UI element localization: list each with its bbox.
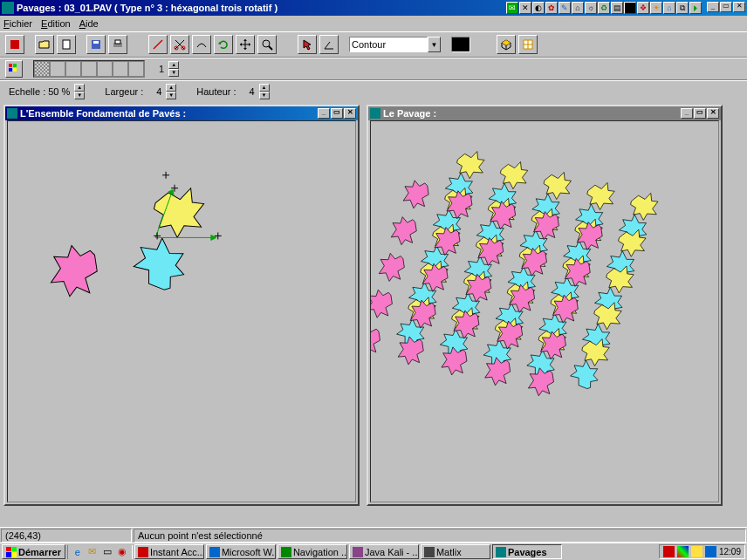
palette-cell[interactable]	[113, 61, 128, 77]
menu-edition[interactable]: Edition	[41, 18, 71, 29]
window-titlebar[interactable]: Le Pavage : _ ▭ ✕	[368, 106, 721, 120]
spin-down-icon[interactable]: ▼	[259, 92, 270, 99]
tray-icon[interactable]: ⧉	[676, 2, 689, 14]
tool-pointer[interactable]	[298, 35, 317, 54]
palette-cell[interactable]	[81, 61, 97, 77]
tray-icon[interactable]: ❖	[637, 2, 649, 14]
params-toolbar: Echelle : 50 % ▲▼ Largeur : 4 ▲▼ Hauteur…	[0, 80, 747, 103]
palette-button[interactable]	[5, 60, 23, 78]
tray-icon[interactable]	[624, 2, 636, 14]
tool-scissors[interactable]	[170, 35, 189, 54]
open-button[interactable]	[35, 35, 54, 54]
tray-icon[interactable]	[705, 546, 716, 557]
tool-3d[interactable]	[497, 35, 516, 54]
close-button[interactable]: ✕	[344, 108, 356, 119]
minimize-button[interactable]: _	[707, 2, 719, 12]
echelle-spinner[interactable]: ▲▼	[74, 84, 85, 99]
palette-cell[interactable]	[97, 61, 113, 77]
print-button[interactable]	[108, 35, 127, 54]
save-button[interactable]	[86, 35, 106, 54]
minimize-button[interactable]: _	[318, 108, 330, 119]
tray-icon[interactable]	[691, 546, 702, 557]
tool-zoom[interactable]	[257, 35, 277, 54]
tool-line[interactable]	[148, 35, 168, 54]
menu-aide[interactable]: Aide	[79, 18, 99, 29]
svg-rect-5	[115, 40, 120, 44]
color-palette[interactable]	[33, 60, 145, 78]
ql-channels-icon[interactable]: ◉	[115, 545, 129, 559]
spin-up-icon[interactable]: ▲	[166, 84, 176, 92]
close-button[interactable]: ✕	[733, 2, 745, 12]
stop-button[interactable]	[5, 35, 24, 54]
tray-icon[interactable]: ✿	[545, 2, 558, 14]
window-fundamental[interactable]: L'Ensemble Fondamental de Pavés : _ ▭ ✕	[3, 105, 360, 506]
tool-curve[interactable]	[192, 35, 211, 54]
tray-icon[interactable]: ⌂	[572, 2, 584, 14]
spin-up-icon[interactable]: ▲	[74, 84, 85, 92]
pavage-canvas[interactable]	[371, 121, 718, 502]
largeur-spinner[interactable]: ▲▼	[166, 84, 176, 99]
tray-icon[interactable]: ✎	[559, 2, 571, 14]
style-combo-input[interactable]	[349, 37, 428, 52]
tray-icon[interactable]: ✉	[506, 2, 518, 14]
task-button[interactable]: Microsoft W...	[206, 544, 276, 559]
tray-icon[interactable]: ☀	[650, 2, 662, 14]
spin-up-icon[interactable]: ▲	[259, 84, 270, 92]
maximize-button[interactable]: ▭	[720, 2, 732, 12]
task-button[interactable]: Java Kali - ...	[349, 544, 419, 559]
close-button[interactable]: ✕	[707, 108, 719, 119]
ql-outlook-icon[interactable]: ✉	[86, 545, 99, 559]
tray-icon[interactable]: ▤	[611, 2, 623, 14]
task-button[interactable]: Instant Acc...	[134, 544, 204, 559]
menu-fichier[interactable]: Fichier	[3, 18, 32, 29]
spin-down-icon[interactable]: ▼	[74, 92, 85, 99]
ql-desktop-icon[interactable]: ▭	[100, 545, 114, 559]
window-pavage[interactable]: Le Pavage : _ ▭ ✕	[367, 105, 723, 506]
maximize-button[interactable]: ▭	[694, 108, 706, 119]
palette-cell[interactable]	[34, 61, 50, 77]
maximize-button[interactable]: ▭	[331, 108, 343, 119]
svg-point-9	[263, 40, 270, 47]
task-button[interactable]: Pavages	[492, 544, 562, 559]
tray-icon[interactable]	[677, 546, 689, 557]
palette-cell[interactable]	[128, 61, 144, 77]
start-button[interactable]: Démarrer	[2, 544, 65, 559]
combo-dropdown-icon[interactable]: ▼	[428, 37, 441, 52]
style-combo[interactable]: ▼	[349, 37, 441, 52]
svg-rect-1	[63, 40, 70, 49]
palette-spinner[interactable]: ▲▼	[168, 61, 179, 77]
tool-angle[interactable]	[319, 35, 339, 54]
new-button[interactable]	[57, 35, 76, 54]
tray-icon[interactable]: ✕	[519, 2, 531, 14]
task-button[interactable]: Navigation ...	[278, 544, 347, 559]
svg-line-10	[269, 46, 272, 50]
tray-icon[interactable]: ☼	[585, 2, 597, 14]
tray-icon[interactable]: ⌂	[663, 2, 675, 14]
color-swatch[interactable]	[451, 37, 470, 52]
spin-up-icon[interactable]: ▲	[168, 61, 179, 69]
taskbar: Démarrer e ✉ ▭ ◉ Instant Acc... Microsof…	[0, 543, 747, 560]
minimize-button[interactable]: _	[681, 108, 693, 119]
window-titlebar[interactable]: L'Ensemble Fondamental de Pavés : _ ▭ ✕	[5, 106, 358, 120]
task-label: Microsoft W...	[222, 547, 276, 557]
palette-cell[interactable]	[50, 61, 65, 77]
palette-cell[interactable]	[65, 61, 81, 77]
svg-rect-0	[10, 40, 19, 49]
window-icon	[7, 108, 17, 119]
tool-rotate[interactable]	[214, 35, 233, 54]
spin-down-icon[interactable]: ▼	[168, 69, 179, 77]
task-label: Pavages	[508, 547, 547, 557]
fundamental-canvas[interactable]	[8, 121, 355, 502]
tool-move[interactable]	[236, 35, 255, 54]
tray-icon[interactable]: ◐	[532, 2, 545, 14]
tray-icon[interactable]: ⏵	[689, 2, 702, 14]
tool-grid[interactable]	[518, 35, 538, 54]
tray-icon[interactable]: ♻	[598, 2, 610, 14]
app-titlebar: Pavages : 03_01.PAV ( Type n° 3 : héxago…	[0, 0, 747, 16]
task-button[interactable]: Matlix	[421, 544, 490, 559]
spin-down-icon[interactable]: ▼	[166, 92, 176, 99]
tray-icon[interactable]	[663, 546, 675, 557]
ql-ie-icon[interactable]: e	[71, 545, 85, 559]
hauteur-spinner[interactable]: ▲▼	[259, 84, 270, 99]
svg-rect-11	[9, 64, 12, 67]
